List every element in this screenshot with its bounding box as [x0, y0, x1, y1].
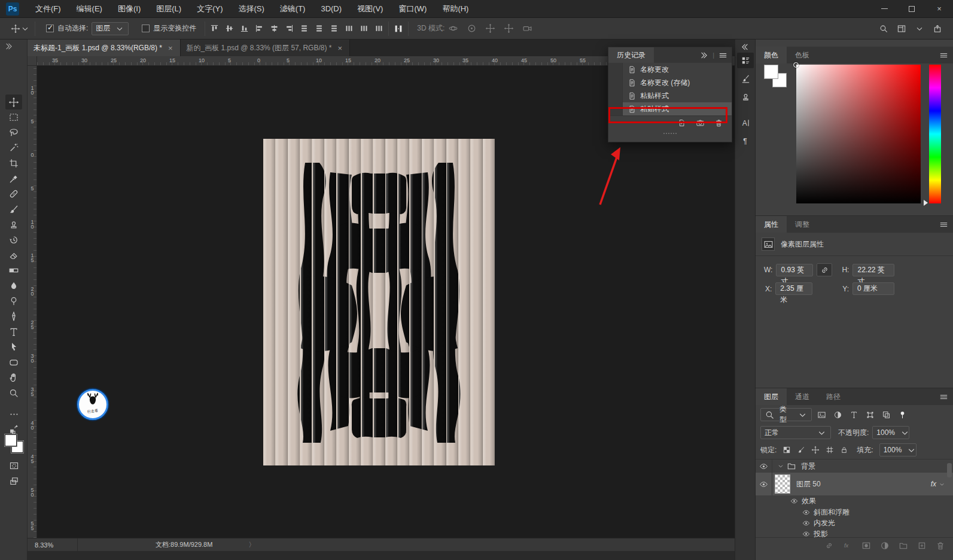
tab-properties[interactable]: 属性 — [756, 216, 787, 233]
quick-mask-button[interactable] — [5, 458, 22, 473]
saturation-brightness-box[interactable] — [796, 65, 921, 203]
close-button[interactable]: × — [925, 0, 953, 17]
smart-object-filter-icon[interactable] — [882, 410, 891, 419]
chevron-down-icon[interactable] — [915, 24, 924, 34]
auto-select-checkbox[interactable] — [46, 25, 54, 32]
tab-swatches[interactable]: 色板 — [787, 47, 818, 63]
visibility-eye-icon[interactable] — [802, 519, 810, 527]
eraser-tool-button[interactable] — [5, 248, 22, 263]
document-tab-1[interactable]: 未标题-1_画板 1.psd @ 8.33%(RGB/8) *× — [28, 39, 181, 56]
layer-fx-icon[interactable]: fx — [843, 541, 852, 550]
hand-tool-button[interactable] — [5, 370, 22, 385]
distribute-left-icon[interactable] — [345, 24, 354, 33]
panel-menu-icon[interactable] — [939, 392, 949, 402]
chevron-down-icon[interactable] — [20, 24, 30, 34]
image-filter-icon[interactable] — [817, 410, 826, 419]
blend-mode-dropdown[interactable]: 正常 — [760, 426, 831, 439]
lasso-tool-button[interactable] — [5, 125, 22, 140]
lock-brush-icon[interactable] — [797, 446, 805, 454]
path-select-tool-button[interactable] — [5, 340, 22, 355]
layer-filter-dropdown[interactable]: 类型 — [760, 408, 812, 421]
history-panel-title[interactable]: 历史记录 — [608, 47, 654, 63]
clone-source-panel-dock-icon[interactable] — [737, 89, 754, 104]
hue-slider-marker[interactable] — [924, 200, 928, 206]
character-panel-dock-icon[interactable]: A — [737, 115, 754, 130]
menu-编辑(E)[interactable]: 编辑(E) — [69, 0, 110, 18]
adjustment-filter-icon[interactable] — [833, 410, 842, 419]
healing-brush-tool-button[interactable] — [5, 187, 22, 202]
distribute-right-icon[interactable] — [374, 24, 383, 33]
gradient-tool-button[interactable] — [5, 263, 22, 278]
move-tool-button[interactable] — [5, 95, 22, 109]
dodge-tool-button[interactable] — [5, 294, 22, 309]
maximize-button[interactable] — [898, 0, 925, 17]
menu-文字(Y)[interactable]: 文字(Y) — [189, 0, 230, 18]
clone-stamp-tool-button[interactable] — [5, 217, 22, 232]
lock-all-icon[interactable] — [840, 446, 848, 454]
history-source-checkbox[interactable] — [608, 89, 623, 102]
auto-select-dropdown[interactable]: 图层 — [92, 22, 129, 35]
close-tab-icon[interactable]: × — [336, 44, 343, 53]
pan-3d-icon[interactable] — [485, 23, 495, 34]
history-state-3[interactable]: 粘贴样式 — [608, 89, 732, 102]
panel-menu-icon[interactable] — [718, 50, 728, 60]
roll-3d-icon[interactable] — [467, 23, 477, 34]
eyedropper-tool-button[interactable] — [5, 171, 22, 186]
menu-视图(V)[interactable]: 视图(V) — [349, 0, 391, 18]
document-tab-2[interactable]: 新的_画板 1.psd @ 8.33% (图层 57, RGB/8) *× — [181, 39, 351, 56]
history-state-2[interactable]: 名称更改 (存储) — [608, 76, 732, 89]
workspace-switcher-icon[interactable] — [897, 24, 906, 34]
new-group-icon[interactable] — [899, 541, 908, 550]
search-icon[interactable] — [879, 24, 888, 34]
menu-图像(I)[interactable]: 图像(I) — [110, 0, 148, 18]
camera-3d-icon[interactable] — [522, 23, 532, 34]
tab-adjustments[interactable]: 调整 — [787, 216, 818, 233]
hue-slider[interactable] — [929, 65, 941, 203]
distribute-top-icon[interactable] — [300, 24, 309, 33]
width-field[interactable]: 0.93 英寸 — [776, 264, 813, 276]
layer-group-row[interactable]: 背景 — [756, 459, 953, 473]
crop-tool-button[interactable] — [5, 156, 22, 171]
menu-3D(D)[interactable]: 3D(D) — [313, 0, 349, 18]
align-vertical-centers-icon[interactable] — [225, 24, 234, 33]
tab-paths[interactable]: 路径 — [818, 388, 849, 405]
distribute-bottom-icon[interactable] — [330, 24, 339, 33]
foreground-color-swatch[interactable] — [764, 65, 778, 79]
distribute-spacing-icon[interactable] — [394, 24, 403, 34]
menu-选择(S)[interactable]: 选择(S) — [230, 0, 272, 18]
status-menu-chevron[interactable]: 〉 — [248, 540, 255, 549]
foreground-color-swatch[interactable] — [5, 434, 17, 446]
height-field[interactable]: 22.22 英寸 — [852, 264, 894, 276]
menu-图层(L)[interactable]: 图层(L) — [148, 0, 189, 18]
lock-move-icon[interactable] — [811, 446, 820, 454]
collapse-toolbar-icon[interactable] — [4, 41, 14, 51]
zoom-level-field[interactable]: 8.33% — [28, 538, 78, 551]
fill-dropdown[interactable]: 100% — [879, 443, 917, 456]
visibility-eye-icon[interactable] — [759, 480, 768, 489]
effects-header-row[interactable]: 效果 — [756, 495, 953, 507]
screen-mode-button[interactable] — [5, 474, 22, 489]
menu-文件(F)[interactable]: 文件(F) — [28, 0, 69, 18]
close-tab-icon[interactable]: × — [167, 44, 174, 53]
effect-row[interactable]: 斜面和浮雕 — [756, 507, 953, 518]
history-brush-tool-button[interactable] — [5, 232, 22, 247]
x-field[interactable]: 2.35 厘米 — [775, 282, 812, 295]
brush-tool-button[interactable] — [5, 202, 22, 217]
history-source-checkbox[interactable] — [608, 76, 623, 89]
zoom-tool-button[interactable] — [5, 385, 22, 400]
layers-scrollbar[interactable] — [946, 459, 952, 536]
align-left-edges-icon[interactable] — [255, 24, 264, 33]
lock-transparent-icon[interactable] — [783, 446, 791, 454]
brush-settings-panel-dock-icon[interactable] — [737, 71, 754, 86]
history-source-checkbox[interactable] — [608, 63, 623, 76]
opacity-dropdown[interactable]: 100% — [872, 426, 909, 439]
new-layer-icon[interactable] — [917, 541, 927, 550]
chevron-down-icon[interactable] — [777, 462, 784, 470]
align-top-edges-icon[interactable] — [210, 24, 219, 33]
edit-toolbar-button[interactable] — [5, 407, 22, 422]
history-state-1[interactable]: 名称更改 — [608, 63, 732, 76]
paragraph-panel-dock-icon[interactable]: ¶ — [737, 133, 754, 148]
align-horizontal-centers-icon[interactable] — [270, 24, 279, 33]
visibility-eye-icon[interactable] — [802, 509, 810, 516]
orbit-3d-icon[interactable] — [448, 23, 458, 34]
